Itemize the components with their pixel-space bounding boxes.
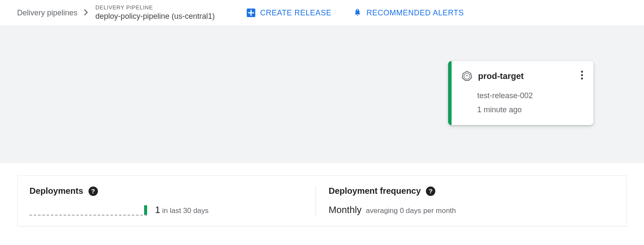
target-title: prod-target [478, 71, 574, 81]
recommended-alerts-label: RECOMMENDED ALERTS [366, 9, 464, 18]
topbar: Delivery pipelines DELIVERY PIPELINE dep… [0, 0, 644, 26]
deployments-title: Deployments [30, 186, 83, 196]
recommended-alerts-button[interactable]: RECOMMENDED ALERTS [353, 8, 464, 18]
deployments-suffix: in last 30 days [162, 207, 209, 215]
target-card-header: prod-target [462, 70, 584, 83]
help-icon[interactable]: ? [89, 187, 98, 196]
more-vert-icon [581, 72, 583, 82]
create-release-button[interactable]: CREATE RELEASE [246, 8, 331, 18]
svg-point-5 [581, 71, 583, 73]
help-icon[interactable]: ? [426, 187, 435, 196]
breadcrumb: Delivery pipelines DELIVERY PIPELINE dep… [17, 4, 215, 21]
svg-point-6 [581, 74, 583, 76]
deployments-count: 1 [155, 204, 160, 215]
deployments-stat: Deployments ? 1 in last 30 days [30, 186, 316, 216]
svg-point-7 [581, 78, 583, 80]
frequency-suffix: averaging 0 days per month [366, 207, 456, 215]
action-bar: CREATE RELEASE RECOMMENDED ALERTS [246, 8, 464, 18]
sparkline-bar [144, 205, 147, 215]
pipeline-name: deploy-policy-pipeline (us-central1) [95, 12, 215, 21]
kubernetes-icon [462, 70, 472, 82]
target-release-name: test-release-002 [477, 89, 584, 102]
pipeline-caption: DELIVERY PIPELINE [95, 4, 215, 12]
pipeline-canvas[interactable]: prod-target test-release-002 1 minute ag… [0, 26, 644, 163]
chevron-right-icon [84, 9, 89, 18]
deployments-sparkline [30, 206, 147, 216]
target-card[interactable]: prod-target test-release-002 1 minute ag… [448, 61, 594, 125]
pipeline-identifier: DELIVERY PIPELINE deploy-policy-pipeline… [95, 4, 215, 21]
target-release-time: 1 minute ago [477, 103, 584, 117]
frequency-primary: Monthly [329, 204, 362, 216]
frequency-title: Deployment frequency [329, 186, 421, 196]
stats-panel: Deployments ? 1 in last 30 days Deployme… [17, 175, 627, 226]
create-release-label: CREATE RELEASE [260, 9, 331, 18]
target-more-button[interactable] [580, 70, 584, 83]
add-box-icon [246, 8, 256, 18]
breadcrumb-root-link[interactable]: Delivery pipelines [17, 9, 77, 18]
frequency-stat: Deployment frequency ? Monthly averaging… [316, 186, 615, 216]
svg-point-4 [467, 75, 468, 76]
alert-bell-icon [353, 8, 362, 18]
